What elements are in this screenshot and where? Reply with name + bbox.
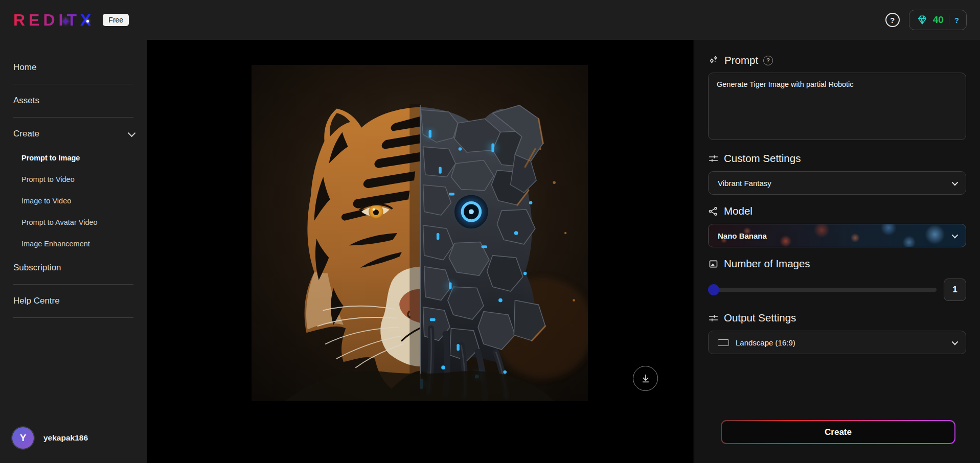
cyborg-tiger-artwork [252, 65, 588, 401]
credits-divider [949, 15, 949, 25]
logo-x-dot-icon [86, 20, 89, 22]
logo-sparkle-icon: ✦ [61, 16, 74, 27]
chevron-down-icon [952, 179, 959, 186]
create-button-border: Create [721, 420, 955, 444]
top-bar: REDITX ✦ Free ? 40 ? [0, 0, 980, 40]
network-nodes-icon [708, 206, 719, 217]
credits-badge[interactable]: 40 ? [909, 10, 967, 30]
slider-thumb[interactable] [708, 284, 719, 295]
number-of-images-value: 1 [944, 279, 966, 301]
generated-image [252, 65, 588, 401]
plan-badge: Free [103, 14, 129, 26]
sidebar-item-label: Home [13, 62, 36, 73]
sidebar-item-image-enhancement[interactable]: Image Enhancement [0, 233, 147, 254]
output-settings-label: Output Settings [724, 312, 796, 324]
sidebar-item-prompt-to-image[interactable]: Prompt to Image [0, 147, 147, 169]
sidebar-item-home[interactable]: Home [0, 54, 147, 81]
divider [13, 317, 133, 318]
generation-canvas [147, 40, 694, 463]
gem-icon [917, 14, 928, 26]
model-header: Model [708, 205, 966, 217]
app-logo[interactable]: REDITX ✦ [13, 12, 95, 28]
photo-icon [708, 259, 719, 269]
app-root: REDITX ✦ Free ? 40 ? Home Assets [0, 0, 980, 463]
credits-help-icon[interactable]: ? [954, 16, 959, 25]
avatar: Y [11, 426, 35, 450]
question-circle-icon[interactable]: ? [763, 56, 773, 65]
sidebar-item-label: Help Centre [13, 296, 60, 306]
chevron-down-icon [952, 231, 959, 238]
credits-count: 40 [933, 14, 944, 26]
output-settings-header: Output Settings [708, 312, 966, 324]
output-settings-value: Landscape (16:9) [736, 338, 795, 347]
sidebar-item-label: Create [13, 129, 39, 139]
sliders-icon [708, 153, 719, 164]
sidebar-item-assets[interactable]: Assets [0, 87, 147, 114]
custom-settings-value: Vibrant Fantasy [718, 179, 771, 188]
sidebar-item-prompt-to-avatar-video[interactable]: Prompt to Avatar Video [0, 212, 147, 233]
user-profile[interactable]: Y yekapak186 [0, 421, 147, 455]
sidebar-item-prompt-to-video[interactable]: Prompt to Video [0, 169, 147, 190]
chevron-down-icon [952, 338, 959, 345]
model-value: Nano Banana [718, 231, 767, 240]
chevron-down-icon [128, 129, 136, 137]
slider-track [708, 288, 937, 292]
sparkles-icon [708, 55, 719, 66]
number-of-images-label: Number of Images [724, 258, 810, 270]
prompt-label: Prompt [724, 54, 758, 66]
model-label: Model [724, 205, 753, 217]
number-of-images-row: 1 [708, 278, 966, 302]
sliders-icon [708, 313, 719, 323]
prompt-input[interactable]: Generate Tiger Image with partial Roboti… [708, 73, 966, 140]
prompt-section-header: Prompt ? [708, 54, 966, 66]
divider [13, 284, 133, 285]
sidebar-item-create[interactable]: Create [0, 121, 147, 147]
sidebar: Home Assets Create Prompt to Image Promp… [0, 40, 147, 463]
landscape-rect-icon [718, 339, 729, 346]
help-icon[interactable]: ? [885, 13, 900, 27]
top-bar-actions: ? 40 ? [885, 10, 967, 30]
custom-settings-dropdown[interactable]: Vibrant Fantasy [708, 171, 966, 195]
content-row: Home Assets Create Prompt to Image Promp… [0, 40, 980, 463]
custom-settings-label: Custom Settings [724, 152, 801, 165]
sidebar-item-subscription[interactable]: Subscription [0, 254, 147, 281]
output-settings-dropdown[interactable]: Landscape (16:9) [708, 331, 966, 354]
settings-panel: Prompt ? Generate Tiger Image with parti… [694, 40, 980, 463]
sidebar-item-image-to-video[interactable]: Image to Video [0, 190, 147, 212]
sidebar-item-help-centre[interactable]: Help Centre [0, 288, 147, 314]
number-of-images-header: Number of Images [708, 258, 966, 270]
download-icon [640, 373, 651, 384]
model-dropdown[interactable]: Nano Banana [708, 224, 966, 247]
logo-x: X [80, 11, 95, 29]
divider [13, 84, 133, 84]
number-of-images-slider[interactable] [708, 278, 937, 302]
sidebar-item-label: Subscription [13, 263, 61, 273]
download-button[interactable] [633, 366, 658, 391]
username: yekapak186 [43, 433, 88, 443]
divider [13, 117, 133, 118]
create-button[interactable]: Create [722, 421, 955, 444]
sidebar-item-label: Assets [13, 96, 39, 106]
custom-settings-header: Custom Settings [708, 152, 966, 165]
